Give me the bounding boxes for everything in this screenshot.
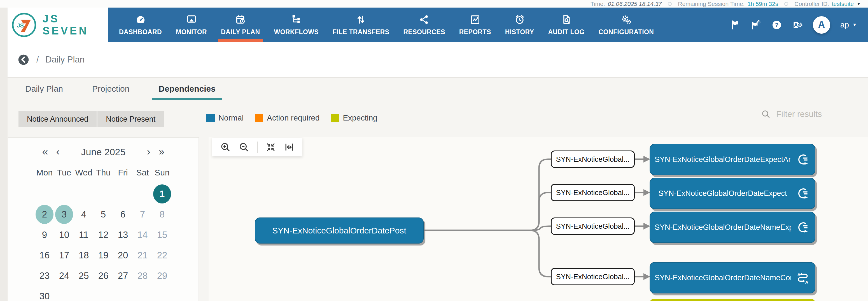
fit-icon[interactable] (266, 142, 276, 153)
legend-swatch (206, 114, 215, 122)
nav-item-daily-plan[interactable]: DAILY PLAN (214, 7, 267, 42)
calendar-day-empty (133, 184, 152, 204)
calendar-day-15[interactable]: 15 (152, 224, 172, 245)
calendar-day-4[interactable]: 4 (74, 204, 94, 224)
nav-item-label: AUDIT LOG (548, 28, 584, 36)
notices-flag-icon[interactable] (730, 20, 741, 30)
main-menu: DASHBOARDMONITORDAILY PLANWORKFLOWSFILE … (112, 7, 661, 42)
nav-item-reports[interactable]: REPORTS (452, 7, 498, 42)
workflow-node-label: SYN-ExNoticeGlobalOrderDateNameExpec... (655, 223, 791, 232)
nav-item-workflows[interactable]: WORKFLOWS (267, 7, 326, 42)
workflow-node-target[interactable]: SYN-ExNoticeGlobalOrderDateNameExpec... (650, 212, 815, 243)
prev-month-button[interactable]: ‹ (52, 146, 64, 158)
calendar-day-29[interactable]: 29 (152, 266, 172, 286)
calendar-day-16[interactable]: 16 (35, 245, 54, 266)
help-icon[interactable]: ? (771, 20, 782, 30)
workflow-node-source[interactable]: SYN-ExNoticeGlobal... (551, 268, 635, 285)
calendar-day-22[interactable]: 22 (152, 245, 172, 266)
calendar-day-number (114, 184, 132, 203)
tab-daily-plan[interactable]: Daily Plan (19, 78, 70, 100)
svg-text:A: A (798, 272, 801, 277)
user-menu[interactable]: ap ▼ (840, 21, 857, 29)
expect-notices-icon (796, 153, 809, 166)
calendar-day-17[interactable]: 17 (54, 245, 74, 266)
calendar-day-27[interactable]: 27 (113, 266, 133, 286)
time-value: 01.06.2025 18:14:37 (608, 1, 662, 7)
calendar-day-number: 18 (75, 246, 93, 265)
zoom-out-icon[interactable] (239, 142, 249, 153)
calendar-day-26[interactable]: 26 (94, 266, 113, 286)
nav-item-monitor[interactable]: MONITOR (169, 7, 214, 42)
next-year-button[interactable]: » (155, 146, 168, 158)
calendar-day-21[interactable]: 21 (133, 245, 152, 266)
workflow-node-partial[interactable] (650, 299, 815, 301)
caret-down-icon: ▼ (852, 22, 857, 27)
calendar-day-7[interactable]: 7 (133, 204, 152, 224)
calendar-day-30[interactable]: 30 (35, 286, 54, 301)
nav-item-dashboard[interactable]: DASHBOARD (112, 7, 169, 42)
calendar-day-9[interactable]: 9 (35, 224, 54, 245)
filter-results-input[interactable] (776, 109, 854, 119)
svg-text:JS: JS (17, 22, 24, 29)
consume-notices-icon: AA (796, 271, 809, 284)
legend-label: Expecting (343, 113, 377, 122)
calendar-day-number: 22 (153, 246, 171, 265)
nav-item-resources[interactable]: RESOURCES (396, 7, 452, 42)
fit-width-icon[interactable] (284, 142, 294, 153)
calendar-day-14[interactable]: 14 (133, 224, 152, 245)
brand-logo[interactable]: JS JS SEVEN (0, 7, 108, 42)
notice-present-button[interactable]: Notice Present (97, 111, 164, 127)
calendar-day-25[interactable]: 25 (74, 266, 94, 286)
workflow-node-target[interactable]: SYN-ExNoticeGlobalOrderDateExpectAnd... (650, 144, 815, 175)
workflow-node-source[interactable]: SYN-ExNoticeGlobal... (551, 217, 635, 235)
calendar-day-number (153, 287, 171, 301)
svg-text:?: ? (775, 21, 779, 28)
workflow-node-target[interactable]: SYN-ExNoticeGlobalOrderDateExpect (650, 178, 815, 209)
calendar-day-11[interactable]: 11 (74, 224, 94, 245)
calendar-day-10[interactable]: 10 (54, 224, 74, 245)
calendar-day-number (55, 184, 73, 203)
nav-item-history[interactable]: HISTORY (498, 7, 541, 42)
calendar-day-empty (54, 286, 74, 301)
calendar-day-empty (74, 184, 94, 204)
calendar-day-3[interactable]: 3 (54, 204, 74, 224)
calendar-day-24[interactable]: 24 (54, 266, 74, 286)
workflows-icon (291, 14, 302, 25)
next-month-button[interactable]: › (142, 146, 155, 158)
calendar-day-8[interactable]: 8 (152, 204, 172, 224)
back-button[interactable] (18, 54, 30, 66)
workflow-node-source[interactable]: SYN-ExNoticeGlobal... (551, 184, 635, 201)
prev-year-button[interactable]: « (39, 146, 52, 158)
calendar-day-number (55, 287, 73, 301)
calendar-day-19[interactable]: 19 (94, 245, 113, 266)
calendar-day-2[interactable]: 2 (35, 204, 54, 224)
calendar-day-number: 9 (36, 225, 54, 244)
workflow-node-label: SYN-ExNoticeGlobalOrderDatePost (272, 226, 406, 236)
tab-projection[interactable]: Projection (85, 78, 136, 100)
calendar-day-28[interactable]: 28 (133, 266, 152, 286)
calendar-day-18[interactable]: 18 (74, 245, 94, 266)
tab-dependencies[interactable]: Dependencies (152, 78, 222, 100)
calendar-day-13[interactable]: 13 (113, 224, 133, 245)
calendar-day-12[interactable]: 12 (94, 224, 113, 245)
workflow-node-root[interactable]: SYN-ExNoticeGlobalOrderDatePost (255, 217, 424, 244)
zoom-in-icon[interactable] (220, 142, 231, 153)
avatar[interactable]: A (813, 16, 830, 34)
controller-label: Controller ID: (794, 1, 829, 7)
translate-icon[interactable]: A (792, 20, 803, 30)
notice-announced-button[interactable]: Notice Announced (19, 111, 97, 127)
flag-settings-icon[interactable] (751, 20, 761, 30)
legend-swatch (255, 114, 263, 122)
calendar-day-23[interactable]: 23 (35, 266, 54, 286)
workflow-node-source[interactable]: SYN-ExNoticeGlobal... (551, 150, 635, 168)
calendar-day-6[interactable]: 6 (113, 204, 133, 224)
nav-item-audit-log[interactable]: AUDIT LOG (541, 7, 591, 42)
nav-item-configuration[interactable]: CONFIGURATION (592, 7, 661, 42)
calendar-day-1[interactable]: 1 (152, 184, 172, 204)
calendar-day-5[interactable]: 5 (94, 204, 113, 224)
workflow-node-label: SYN-ExNoticeGlobal... (556, 222, 630, 231)
workflow-node-target[interactable]: SYN-ExNoticeGlobalOrderDateNameConsu...A… (650, 262, 815, 294)
calendar-day-20[interactable]: 20 (113, 245, 133, 266)
controller-selector[interactable]: Controller ID: testsuite ▼ (794, 1, 861, 7)
nav-item-file-transfers[interactable]: FILE TRANSFERS (326, 7, 396, 42)
